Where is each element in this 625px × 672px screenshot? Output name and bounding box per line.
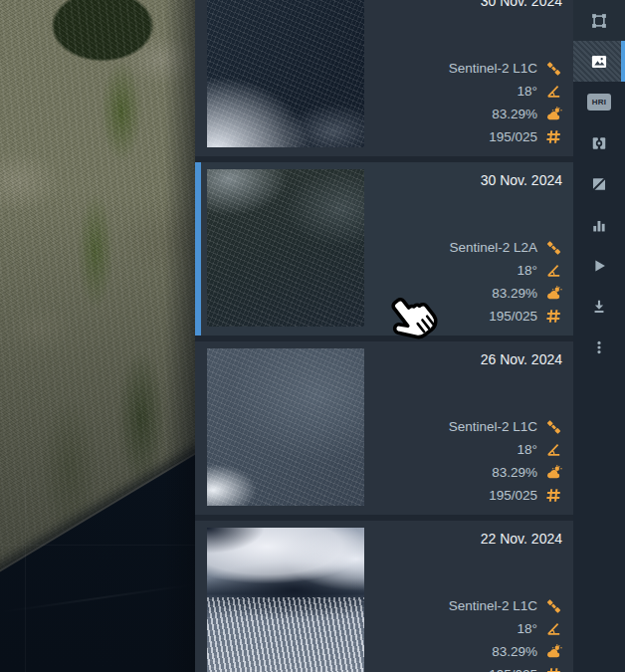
result-date: 22 Nov. 2024 (481, 531, 562, 547)
result-thumbnail[interactable] (207, 528, 364, 672)
angle-icon (545, 441, 562, 458)
tile-label: 195/025 (489, 667, 537, 672)
satellite-icon (545, 60, 562, 77)
angle-icon (545, 83, 562, 100)
result-item[interactable]: 22 Nov. 2024 Sentinel-2 L1C 18° 83.29% 1… (195, 521, 573, 672)
sidebar-item-area-select[interactable] (573, 0, 625, 41)
thumbnail-texture (207, 597, 364, 672)
map-area[interactable] (0, 0, 195, 672)
satellite-browser-app: 30 Nov. 2024 Sentinel-2 L1C 18° 83.29% 1… (0, 0, 625, 672)
sidebar-item-more-options[interactable] (573, 327, 625, 367)
sidebar-item-play[interactable] (573, 245, 625, 286)
result-item[interactable]: 30 Nov. 2024 Sentinel-2 L1C 18° 83.29% 1… (195, 0, 573, 156)
satellite-icon (545, 597, 562, 614)
cloud-coverage-label: 83.29% (492, 465, 537, 480)
map-shade-overlay (0, 0, 195, 672)
tools-sidebar: HRI (573, 0, 625, 672)
sidebar-item-download[interactable] (573, 286, 625, 327)
result-thumbnail[interactable] (207, 0, 364, 147)
sun-elevation-label: 18° (518, 84, 537, 99)
result-item[interactable]: 30 Nov. 2024 Sentinel-2 L2A 18° 83.29% 1… (195, 162, 573, 336)
compare-icon (590, 134, 608, 152)
result-metadata: Sentinel-2 L1C 18° 83.29% 195/025 (449, 57, 562, 148)
satellite-icon (545, 239, 562, 256)
cloud-coverage-label: 83.29% (492, 286, 537, 301)
tile-grid-icon (545, 487, 562, 504)
sidebar-item-images[interactable] (573, 41, 625, 82)
sidebar-item-commercial-data[interactable] (573, 163, 625, 204)
images-icon (590, 53, 608, 71)
cloud-coverage-icon (545, 106, 562, 122)
download-icon (590, 298, 608, 316)
tile-label: 195/025 (489, 488, 537, 503)
source-label: Sentinel-2 L1C (449, 419, 537, 434)
statistics-icon (590, 216, 608, 234)
cloud-coverage-label: 83.29% (492, 644, 537, 659)
result-date: 26 Nov. 2024 (481, 351, 562, 367)
cloud-coverage-icon (545, 643, 562, 660)
sidebar-item-compare[interactable] (573, 122, 625, 163)
angle-icon (545, 620, 562, 637)
tile-label: 195/025 (489, 309, 537, 324)
play-icon (590, 257, 608, 275)
result-metadata: Sentinel-2 L1C 18° 83.29% 195/025 (449, 594, 562, 672)
commercial-data-icon (590, 175, 608, 193)
hri-icon: HRI (587, 94, 611, 111)
result-date: 30 Nov. 2024 (481, 172, 562, 188)
cloud-coverage-icon (545, 464, 562, 481)
result-metadata: Sentinel-2 L1C 18° 83.29% 195/025 (449, 415, 562, 507)
satellite-icon (545, 418, 562, 435)
result-thumbnail[interactable] (207, 169, 364, 327)
sun-elevation-label: 18° (518, 621, 537, 636)
thumbnail-texture (207, 0, 364, 147)
thumbnail-texture (207, 348, 364, 506)
sidebar-item-hri[interactable]: HRI (573, 82, 625, 122)
cloud-coverage-label: 83.29% (492, 107, 537, 121)
result-thumbnail[interactable] (207, 348, 364, 506)
selected-indicator (195, 162, 201, 336)
area-select-icon (590, 12, 608, 30)
sun-elevation-label: 18° (518, 263, 537, 278)
angle-icon (545, 262, 562, 279)
sun-elevation-label: 18° (518, 442, 537, 457)
sidebar-item-statistics[interactable] (573, 204, 625, 245)
tile-grid-icon (545, 666, 562, 672)
tile-grid-icon (545, 308, 562, 325)
kebab-menu-icon (590, 338, 608, 356)
cloud-coverage-icon (545, 285, 562, 302)
source-label: Sentinel-2 L1C (449, 61, 537, 76)
tile-label: 195/025 (489, 129, 537, 144)
result-date: 30 Nov. 2024 (481, 0, 562, 9)
result-metadata: Sentinel-2 L2A 18° 83.29% 195/025 (449, 236, 562, 328)
result-item[interactable]: 26 Nov. 2024 Sentinel-2 L1C 18° 83.29% 1… (195, 341, 573, 515)
tile-grid-icon (545, 128, 562, 145)
source-label: Sentinel-2 L1C (449, 598, 537, 613)
thumbnail-texture (207, 169, 364, 327)
results-panel: 30 Nov. 2024 Sentinel-2 L1C 18° 83.29% 1… (195, 0, 573, 672)
source-label: Sentinel-2 L2A (449, 240, 537, 255)
